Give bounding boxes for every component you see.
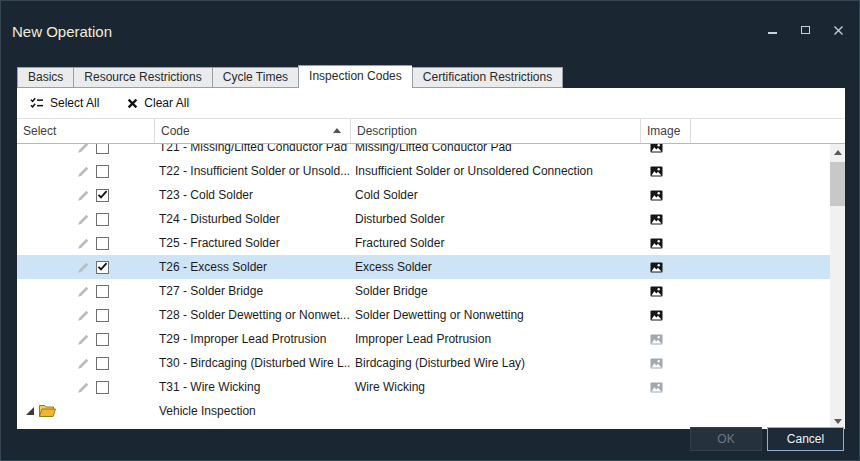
image-cell — [641, 238, 691, 249]
edit-pencil-icon[interactable] — [77, 144, 90, 154]
column-header-image[interactable]: Image — [641, 119, 691, 143]
select-cell — [17, 357, 155, 370]
table-row[interactable]: T30 - Birdcaging (Disturbed Wire L...Bir… — [17, 351, 830, 375]
scroll-down-icon — [834, 419, 842, 424]
column-header-filler — [691, 119, 845, 143]
select-cell — [17, 189, 155, 202]
grid-rows: T21 - Missing/Lifted Conductor PadMissin… — [17, 144, 830, 423]
close-button[interactable] — [829, 23, 847, 37]
description-cell: Fractured Solder — [351, 236, 641, 250]
select-cell — [17, 285, 155, 298]
tab-strip: BasicsResource RestrictionsCycle TimesIn… — [17, 65, 563, 88]
image-cell — [641, 190, 691, 201]
table-row[interactable]: T29 - Improper Lead ProtrusionImproper L… — [17, 327, 830, 351]
image-cell — [641, 262, 691, 273]
vertical-scrollbar[interactable] — [830, 144, 845, 429]
description-cell: Improper Lead Protrusion — [351, 332, 641, 346]
edit-pencil-icon[interactable] — [77, 309, 90, 322]
edit-pencil-icon[interactable] — [77, 381, 90, 394]
clear-all-button[interactable]: Clear All — [127, 96, 189, 110]
image-icon[interactable] — [650, 144, 663, 153]
new-operation-dialog: New Operation BasicsResource Restriction… — [0, 0, 860, 461]
table-row[interactable]: T26 - Excess SolderExcess Solder — [17, 255, 830, 279]
description-cell: Excess Solder — [351, 260, 641, 274]
image-icon[interactable] — [650, 286, 663, 297]
column-header-description[interactable]: Description — [351, 119, 641, 143]
tab-inspection-codes[interactable]: Inspection Codes — [298, 65, 412, 88]
table-row[interactable]: T27 - Solder BridgeSolder Bridge — [17, 279, 830, 303]
code-cell: T29 - Improper Lead Protrusion — [155, 332, 351, 346]
row-checkbox[interactable] — [96, 213, 109, 226]
table-row[interactable]: T25 - Fractured SolderFractured Solder — [17, 231, 830, 255]
row-checkbox[interactable] — [96, 309, 109, 322]
scroll-up-button[interactable] — [830, 144, 845, 160]
clear-all-x-icon — [127, 98, 138, 109]
description-cell: Cold Solder — [351, 188, 641, 202]
close-icon — [833, 25, 844, 36]
image-icon[interactable] — [650, 310, 663, 321]
image-icon[interactable] — [650, 262, 663, 273]
code-cell: T23 - Cold Solder — [155, 188, 351, 202]
description-cell: Insufficient Solder or Unsoldered Connec… — [351, 164, 641, 178]
column-header-code[interactable]: Code — [155, 119, 351, 143]
image-icon[interactable] — [650, 238, 663, 249]
minimize-icon — [768, 32, 777, 34]
image-cell — [641, 382, 691, 393]
tab-basics[interactable]: Basics — [17, 67, 73, 88]
edit-pencil-icon[interactable] — [77, 165, 90, 178]
image-icon[interactable] — [650, 334, 663, 345]
edit-pencil-icon[interactable] — [77, 357, 90, 370]
image-icon[interactable] — [650, 382, 663, 393]
row-checkbox[interactable] — [96, 165, 109, 178]
edit-pencil-icon[interactable] — [77, 333, 90, 346]
edit-pencil-icon[interactable] — [77, 285, 90, 298]
image-icon[interactable] — [650, 214, 663, 225]
image-icon[interactable] — [650, 190, 663, 201]
ok-button[interactable]: OK — [690, 427, 762, 451]
edit-pencil-icon[interactable] — [77, 189, 90, 202]
row-checkbox[interactable] — [96, 261, 109, 274]
row-checkbox[interactable] — [96, 357, 109, 370]
description-cell: Birdcaging (Disturbed Wire Lay) — [351, 356, 641, 370]
group-row-vehicle-inspection[interactable]: Vehicle Inspection — [17, 399, 830, 423]
table-row[interactable]: T23 - Cold SolderCold Solder — [17, 183, 830, 207]
tab-cycle-times[interactable]: Cycle Times — [212, 67, 298, 88]
edit-pencil-icon[interactable] — [77, 213, 90, 226]
row-checkbox[interactable] — [96, 189, 109, 202]
row-checkbox[interactable] — [96, 144, 109, 154]
code-cell: T24 - Disturbed Solder — [155, 212, 351, 226]
description-cell: Wire Wicking — [351, 380, 641, 394]
select-cell — [17, 144, 155, 154]
table-row[interactable]: T21 - Missing/Lifted Conductor PadMissin… — [17, 144, 830, 159]
edit-pencil-icon[interactable] — [77, 261, 90, 274]
row-checkbox[interactable] — [96, 333, 109, 346]
image-cell — [641, 358, 691, 369]
minimize-button[interactable] — [763, 23, 781, 37]
maximize-button[interactable] — [796, 23, 814, 37]
column-header-select[interactable]: Select — [17, 119, 155, 143]
select-cell — [17, 381, 155, 394]
grid-body: T21 - Missing/Lifted Conductor PadMissin… — [17, 144, 845, 429]
table-row[interactable]: T24 - Disturbed SolderDisturbed Solder — [17, 207, 830, 231]
row-checkbox[interactable] — [96, 285, 109, 298]
scrollbar-thumb[interactable] — [830, 162, 845, 206]
description-cell: Solder Dewetting or Nonwetting — [351, 308, 641, 322]
title-bar: New Operation — [1, 1, 859, 61]
table-row[interactable]: T22 - Insufficient Solder or Unsold...In… — [17, 159, 830, 183]
select-all-checklist-icon — [30, 97, 44, 109]
row-checkbox[interactable] — [96, 237, 109, 250]
table-row[interactable]: T28 - Solder Dewetting or Nonwet...Solde… — [17, 303, 830, 327]
image-icon[interactable] — [650, 166, 663, 177]
select-all-button[interactable]: Select All — [30, 96, 99, 110]
image-cell — [641, 310, 691, 321]
edit-pencil-icon[interactable] — [77, 237, 90, 250]
row-checkbox[interactable] — [96, 381, 109, 394]
image-icon[interactable] — [650, 358, 663, 369]
table-row[interactable]: T31 - Wire WickingWire Wicking — [17, 375, 830, 399]
tab-certification-restrictions[interactable]: Certification Restrictions — [412, 67, 563, 88]
folder-icon — [39, 404, 56, 417]
image-cell — [641, 334, 691, 345]
expander-expanded-icon[interactable] — [26, 407, 34, 415]
tab-resource-restrictions[interactable]: Resource Restrictions — [73, 67, 211, 88]
cancel-button[interactable]: Cancel — [767, 427, 844, 451]
